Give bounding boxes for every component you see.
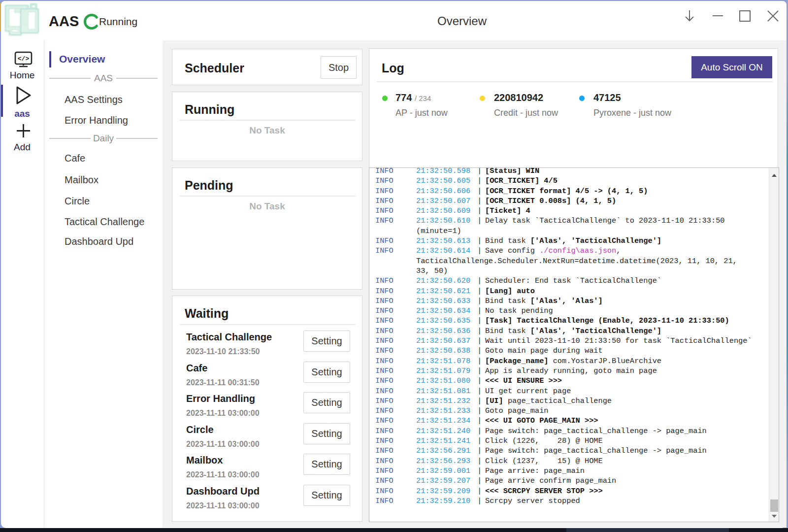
svg-text:</>: </> [18,55,30,63]
